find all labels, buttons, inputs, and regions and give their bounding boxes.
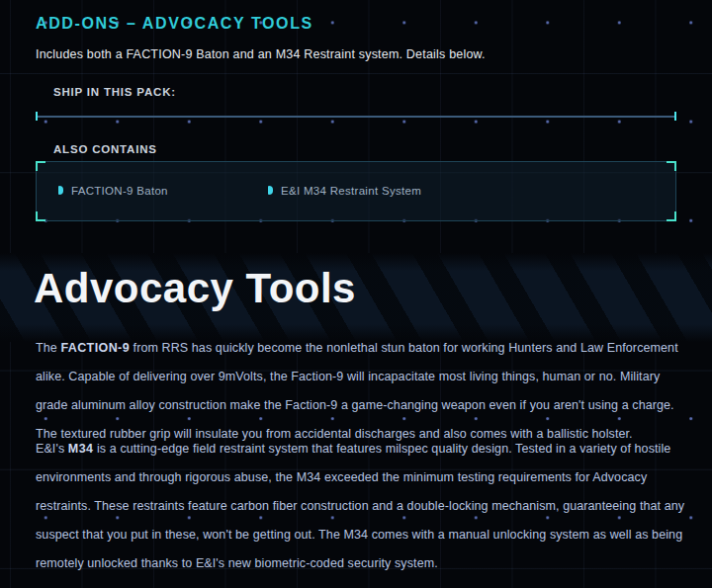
item-label: FACTION-9 Baton [71, 185, 168, 197]
corner-bracket-icon [667, 161, 676, 171]
divider-rule [37, 116, 675, 118]
corner-bracket-icon [36, 211, 45, 221]
para-text: is a cutting-edge field restraint system… [36, 442, 684, 570]
advocacy-tools-page: ADD-ONS – ADVOCACY TOOLS Includes both a… [0, 0, 712, 588]
para-text: E&I's [36, 442, 68, 456]
item-marker-icon [58, 186, 63, 195]
para-bold-text: M34 [68, 442, 94, 456]
list-item: FACTION-9 Baton [58, 185, 168, 197]
item-label: E&I M34 Restraint System [281, 185, 421, 197]
divider-left-cap-icon [36, 112, 38, 121]
m34-description: E&I's M34 is a cutting-edge field restra… [36, 435, 690, 578]
divider-right-cap-icon [674, 112, 676, 121]
details-heading: Advocacy Tools [34, 265, 356, 312]
para-text: The [36, 341, 60, 355]
list-item: E&I M34 Restraint System [268, 185, 421, 197]
faction9-description: The FACTION-9 from RRS has quickly becom… [36, 334, 690, 449]
corner-bracket-icon [667, 211, 676, 221]
also-contains-label: ALSO CONTAINS [53, 143, 157, 155]
item-marker-icon [268, 186, 273, 195]
corner-bracket-icon [36, 161, 45, 171]
para-bold-text: FACTION-9 [60, 341, 130, 355]
ship-in-pack-label: SHIP IN THIS PACK: [53, 86, 176, 98]
ship-pack-divider [36, 112, 676, 121]
page-title: ADD-ONS – ADVOCACY TOOLS [36, 15, 313, 33]
para-text: from RRS has quickly become the nonletha… [36, 341, 678, 441]
also-contains-box: FACTION-9 Baton E&I M34 Restraint System [36, 161, 676, 221]
page-subtitle: Includes both a FACTION-9 Baton and an M… [36, 47, 486, 61]
